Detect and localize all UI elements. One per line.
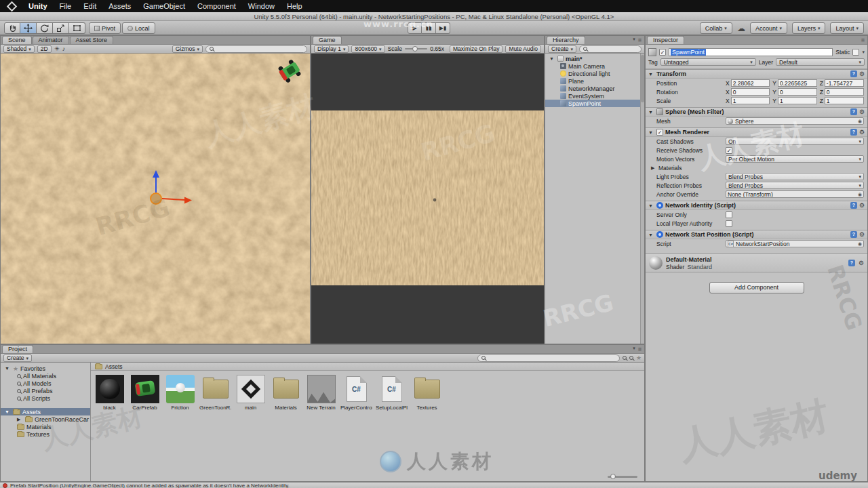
project-create-dropdown[interactable]: Create▾: [3, 354, 32, 362]
favorite-icon[interactable]: ★: [636, 354, 642, 361]
cloud-icon[interactable]: ☁: [737, 24, 745, 33]
step-button[interactable]: ▶▮: [436, 22, 450, 34]
menu-item-unity[interactable]: Unity: [22, 2, 54, 10]
light-probes-dropdown[interactable]: Blend Probes▾: [726, 173, 864, 180]
scale-y-field[interactable]: 1: [778, 97, 817, 104]
foldout-icon[interactable]: ▶: [17, 417, 23, 422]
server-only-checkbox[interactable]: [726, 211, 732, 218]
scene-lighting-icon[interactable]: ☀: [54, 45, 60, 52]
foldout-icon[interactable]: ▼: [5, 366, 11, 371]
tab-asset-store[interactable]: Asset Store: [70, 36, 114, 44]
tab-project[interactable]: Project: [2, 345, 33, 353]
scale-z-field[interactable]: 1: [825, 97, 864, 104]
hierarchy-item-networkmanager[interactable]: NetworkManager: [545, 85, 644, 92]
position-x-field[interactable]: 2.28062: [731, 79, 770, 87]
object-picker-icon[interactable]: ◉: [858, 241, 862, 247]
foldout-icon[interactable]: ▶: [651, 165, 657, 171]
help-icon[interactable]: ?: [850, 231, 857, 238]
asset-zoom-slider[interactable]: [608, 476, 637, 478]
favorite-all-scripts[interactable]: All Scripts: [1, 394, 90, 402]
hierarchy-search-input[interactable]: [579, 45, 642, 53]
help-icon[interactable]: ?: [848, 260, 855, 266]
foldout-icon[interactable]: ▼: [648, 72, 654, 77]
project-tree-greentoonracecar[interactable]: ▶GreenToonRaceCar: [1, 415, 90, 423]
cast-shadows-dropdown[interactable]: On▾: [726, 138, 864, 145]
layout-dropdown[interactable]: Layout▾: [830, 22, 864, 34]
zoom-slider-thumb[interactable]: [610, 474, 616, 479]
gear-icon[interactable]: ⚙: [859, 70, 865, 77]
asset-greentoonracecar-folder[interactable]: GreenToonR...: [199, 375, 231, 411]
collab-dropdown[interactable]: Collab▾: [700, 22, 732, 34]
scale-slider-thumb[interactable]: [412, 46, 418, 52]
favorite-all-prefabs[interactable]: All Prefabs: [1, 387, 90, 394]
help-icon[interactable]: ?: [850, 202, 857, 209]
favorites-root[interactable]: ▼ ★ Favorites: [1, 365, 90, 372]
script-object-field[interactable]: C#NetworkStartPosition◉: [726, 240, 864, 247]
asset-materials-folder[interactable]: Materials: [270, 375, 302, 411]
mesh-renderer-enabled-checkbox[interactable]: ✓: [656, 129, 663, 136]
object-name-field[interactable]: SpawnPoint: [669, 48, 833, 56]
hierarchy-scene-row[interactable]: ▼ main*: [545, 55, 644, 62]
foldout-icon[interactable]: ▼: [648, 232, 654, 237]
panel-menu-icon[interactable]: ≡: [861, 37, 865, 43]
scrollbar-thumb[interactable]: [641, 55, 644, 102]
tab-inspector[interactable]: Inspector: [647, 36, 684, 44]
hierarchy-item-main-camera[interactable]: Main Camera: [545, 62, 644, 70]
rect-tool-button[interactable]: [69, 22, 85, 34]
network-start-position-component-header[interactable]: ▼ Network Start Position (Script) ? ⚙: [646, 230, 867, 239]
menu-item-help[interactable]: Help: [281, 2, 309, 10]
rotation-y-field[interactable]: 0: [778, 88, 817, 96]
rotate-tool-button[interactable]: [37, 22, 53, 34]
unity-logo-icon[interactable]: [7, 1, 18, 12]
hierarchy-item-spawnpoint[interactable]: SpawnPoint: [545, 100, 644, 107]
panel-caret-icon[interactable]: ▾: [633, 37, 635, 43]
asset-carprefab[interactable]: CarPrefab: [129, 375, 161, 411]
static-checkbox[interactable]: [852, 49, 859, 56]
project-tree-textures[interactable]: Textures: [1, 430, 90, 438]
mesh-renderer-component-header[interactable]: ▼ ✓ Mesh Renderer ? ⚙: [646, 127, 867, 137]
foldout-icon[interactable]: ▼: [549, 56, 555, 61]
active-checkbox[interactable]: ✓: [659, 49, 666, 56]
pause-button[interactable]: ▮▮: [422, 22, 436, 34]
local-toggle-button[interactable]: Local: [122, 22, 155, 34]
rotation-z-field[interactable]: 0: [825, 88, 864, 96]
panel-menu-icon[interactable]: ≡: [638, 37, 642, 43]
mesh-object-field[interactable]: Sphere◉: [726, 117, 864, 125]
breadcrumb[interactable]: Assets: [91, 363, 644, 371]
gear-icon[interactable]: ⚙: [859, 260, 864, 266]
tab-game[interactable]: Game: [313, 36, 342, 44]
gear-icon[interactable]: ⚙: [859, 129, 865, 136]
panel-menu-icon[interactable]: ≡: [638, 346, 642, 352]
asset-playercontroller-script[interactable]: C#PlayerControl...: [340, 375, 372, 411]
shading-mode-dropdown[interactable]: Shaded▾: [3, 45, 35, 53]
play-button[interactable]: ▶: [408, 22, 422, 34]
reflection-probes-dropdown[interactable]: Blend Probes▾: [726, 182, 864, 189]
menu-item-window[interactable]: Window: [242, 2, 281, 10]
mesh-filter-component-header[interactable]: ▼ Sphere (Mesh Filter) ? ⚙: [646, 107, 867, 117]
scene-viewport[interactable]: [1, 54, 310, 344]
asset-friction[interactable]: Friction: [164, 375, 196, 411]
local-player-authority-checkbox[interactable]: [726, 220, 732, 227]
asset-main-scene[interactable]: main: [235, 375, 267, 411]
foldout-icon[interactable]: ▼: [648, 130, 654, 135]
asset-textures-folder[interactable]: Textures: [411, 375, 443, 411]
account-dropdown[interactable]: Account▾: [750, 22, 787, 34]
layer-dropdown[interactable]: Default▾: [776, 58, 865, 66]
resolution-dropdown[interactable]: 800x600▾: [351, 45, 384, 53]
shader-value[interactable]: Standard: [687, 264, 712, 270]
receive-shadows-checkbox[interactable]: ✓: [726, 147, 732, 154]
hierarchy-item-plane[interactable]: Plane: [545, 77, 644, 85]
object-picker-icon[interactable]: ◉: [858, 119, 862, 124]
panel-caret-icon[interactable]: ▾: [633, 346, 635, 352]
material-preview-bar[interactable]: Default-Material Shader Standard ? ⚙: [646, 253, 867, 272]
project-tree-assets-root[interactable]: ▼ Assets: [1, 408, 90, 415]
asset-setuplocalplayer-script[interactable]: C#SetupLocalPl...: [376, 375, 408, 411]
static-caret-icon[interactable]: ▾: [862, 49, 865, 54]
scene-search-input[interactable]: [205, 45, 307, 53]
2d-toggle[interactable]: 2D: [37, 45, 52, 53]
game-viewport[interactable]: [311, 54, 544, 344]
scale-x-field[interactable]: 1: [731, 97, 770, 104]
motion-vectors-dropdown[interactable]: Per Object Motion▾: [726, 155, 864, 163]
gizmos-dropdown[interactable]: Gizmos▾: [172, 45, 203, 53]
scene-audio-icon[interactable]: ♪: [62, 45, 66, 52]
